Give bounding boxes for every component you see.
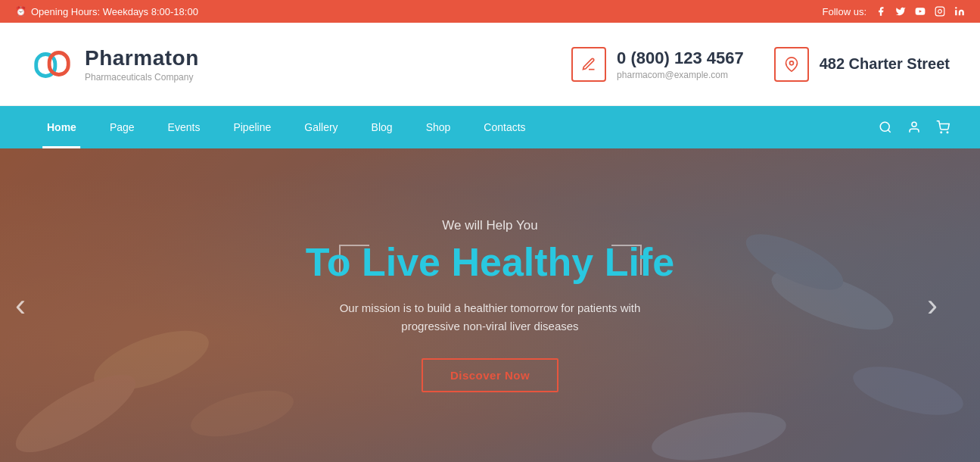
header: Pharmaton Pharmaceuticals Company 0 (800…	[0, 23, 980, 106]
user-icon	[907, 120, 921, 134]
phone-number: 0 (800) 123 4567	[617, 48, 744, 68]
hero-section: ‹ › We will Help You To Live Healthy Lif…	[0, 148, 980, 462]
clock-icon: ⏰	[15, 6, 26, 17]
phone-info: 0 (800) 123 4567 pharmacom@example.com	[617, 48, 744, 80]
nav-page[interactable]: Page	[93, 106, 151, 148]
logo-icon	[30, 42, 74, 86]
social-area: Follow us:	[822, 6, 965, 17]
opening-hours-area: ⏰ Opening Hours: Weekdays 8:00-18:00	[15, 6, 198, 17]
nav-blog[interactable]: Blog	[355, 106, 409, 148]
nav-shop[interactable]: Shop	[409, 106, 468, 148]
youtube-icon[interactable]	[915, 6, 926, 17]
svg-rect-0	[935, 7, 944, 16]
svg-point-2	[955, 7, 957, 8]
svg-point-7	[912, 122, 916, 126]
email-address: pharmacom@example.com	[617, 70, 744, 80]
twitter-icon[interactable]	[895, 6, 906, 17]
logo-text: Pharmaton Pharmaceuticals Company	[85, 46, 199, 83]
nav-gallery[interactable]: Gallery	[288, 106, 354, 148]
hero-subtitle: We will Help You	[442, 218, 537, 233]
linkedin-icon[interactable]	[954, 6, 965, 17]
search-icon	[879, 120, 892, 134]
search-button[interactable]	[879, 120, 892, 134]
svg-point-9	[947, 132, 948, 133]
brand-name: Pharmaton	[85, 46, 199, 70]
contact-phone-item: 0 (800) 123 4567 pharmacom@example.com	[571, 47, 744, 82]
nav-icons	[879, 120, 950, 134]
street-address: 482 Charter Street	[820, 55, 950, 73]
user-button[interactable]	[907, 120, 921, 134]
contact-address-item: 482 Charter Street	[774, 47, 950, 82]
nav-links: Home Page Events Pipeline Gallery Blog S…	[30, 106, 543, 148]
pencil-icon	[581, 57, 596, 72]
follow-us-label: Follow us:	[822, 6, 866, 17]
nav-contacts[interactable]: Contacts	[467, 106, 542, 148]
svg-point-6	[880, 122, 889, 131]
phone-icon-box	[571, 47, 606, 82]
address-icon-box	[774, 47, 809, 82]
address-info: 482 Charter Street	[820, 55, 950, 73]
instagram-icon[interactable]	[935, 6, 945, 17]
nav-pipeline[interactable]: Pipeline	[216, 106, 288, 148]
cart-button[interactable]	[936, 120, 950, 134]
facebook-icon[interactable]	[876, 6, 886, 17]
nav-events[interactable]: Events	[151, 106, 217, 148]
brand-tagline: Pharmaceuticals Company	[85, 72, 199, 83]
cart-icon	[936, 120, 950, 134]
hero-description: Our mission is to build a healthier tomo…	[331, 299, 649, 336]
hero-content: We will Help You To Live Healthy Life Ou…	[0, 148, 980, 462]
top-bar: ⏰ Opening Hours: Weekdays 8:00-18:00 Fol…	[0, 0, 980, 23]
logo-area[interactable]: Pharmaton Pharmaceuticals Company	[30, 42, 199, 86]
opening-hours-text: Opening Hours: Weekdays 8:00-18:00	[31, 6, 198, 17]
svg-point-5	[789, 61, 793, 64]
nav-home[interactable]: Home	[30, 106, 93, 148]
location-icon	[784, 57, 799, 72]
discover-now-button[interactable]: Discover Now	[422, 358, 558, 392]
hero-title: To Live Healthy Life	[306, 241, 674, 284]
nav-bar: Home Page Events Pipeline Gallery Blog S…	[0, 106, 980, 148]
header-contacts: 0 (800) 123 4567 pharmacom@example.com 4…	[571, 47, 950, 82]
svg-point-8	[941, 132, 942, 133]
svg-rect-4	[49, 52, 68, 74]
